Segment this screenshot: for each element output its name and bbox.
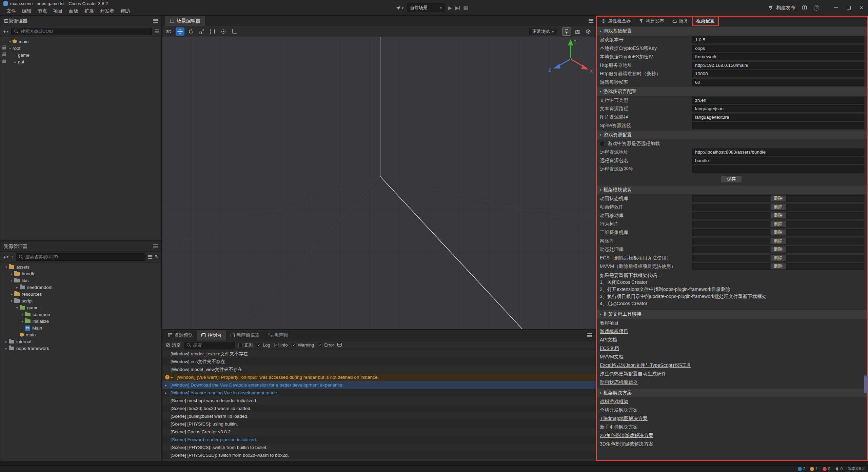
scene-viewport[interactable]: Y X Z — [162, 37, 596, 329]
minimize-button[interactable] — [834, 7, 838, 8]
field-input[interactable]: bundle — [692, 157, 864, 164]
refresh-icon[interactable]: ↻ — [155, 254, 159, 259]
expand-arrow-icon[interactable] — [20, 319, 25, 323]
hierarchy-node[interactable]: game — [0, 52, 161, 58]
coordinate-tool-button[interactable] — [230, 27, 239, 36]
expand-arrow-icon[interactable] — [9, 299, 14, 303]
scale-tool-button[interactable] — [197, 27, 206, 36]
tab-property-inspector[interactable]: 属性检查器 — [597, 16, 635, 26]
remote-load-checkbox[interactable] — [600, 141, 605, 146]
asset-node[interactable]: internal — [0, 338, 161, 345]
expand-arrow-icon[interactable] — [9, 292, 14, 296]
asset-node[interactable]: main — [0, 331, 161, 338]
hierarchy-node[interactable]: main — [0, 38, 161, 45]
field-input[interactable]: http://192.168.0.150/main/ — [692, 62, 864, 69]
field-input[interactable]: oops — [692, 45, 864, 52]
solution-link[interactable]: 2D角色扮演游戏解决方案 — [597, 431, 867, 440]
regex-toggle[interactable]: 正则 — [238, 342, 253, 348]
step-button[interactable]: ▶ — [455, 5, 460, 11]
expand-arrow-icon[interactable] — [4, 265, 9, 269]
log-row[interactable]: [Scene] [PHYSICS2D]: switch from box2d-w… — [162, 451, 596, 459]
menu-item[interactable]: 节点 — [35, 8, 50, 14]
menu-item[interactable]: 扩展 — [81, 8, 97, 14]
log-row[interactable]: [Scene] Forward render pipeline initiali… — [162, 436, 596, 444]
pivot-tool-button[interactable] — [219, 27, 228, 36]
section-docs-header[interactable]: ▾ 框架文档工具链接 — [597, 310, 867, 319]
preview-browser-icon[interactable]: ▾ — [395, 6, 403, 10]
regex-checkbox[interactable] — [238, 343, 243, 347]
log-row[interactable]: [Window] Download the Vue Devtools exten… — [162, 381, 596, 389]
doc-link[interactable]: ECS文档 — [597, 344, 867, 353]
field-input[interactable]: language/texture — [692, 114, 864, 121]
panel-menu-icon[interactable] — [153, 244, 158, 248]
clear-console-button[interactable]: 清空 — [166, 342, 181, 348]
log-expand-arrow[interactable] — [165, 391, 171, 395]
asset-node[interactable]: Main — [0, 324, 161, 331]
tab-services[interactable]: 服务 — [668, 16, 692, 26]
delete-button[interactable]: 删除 — [770, 229, 786, 236]
log-row[interactable]: [Scene] [PHYSICS]: using builtin. — [162, 420, 596, 428]
solution-link[interactable]: 新手引导解决方案 — [597, 423, 867, 431]
solution-link[interactable]: Tiledmap地图解决方案 — [597, 414, 867, 423]
expand-arrow-icon[interactable] — [9, 272, 14, 276]
expand-arrow-icon[interactable] — [15, 286, 20, 289]
asset-node[interactable]: oops-framework — [0, 345, 161, 352]
package-icon[interactable] — [802, 5, 807, 11]
asset-node[interactable]: common — [0, 311, 161, 318]
create-node-button[interactable]: +▾ — [3, 28, 8, 34]
layout-icon[interactable]: ▦ — [463, 5, 468, 11]
doc-link[interactable]: 教程项目 — [597, 319, 867, 327]
log-filter[interactable]: Warning — [292, 342, 314, 348]
tab-build-publish[interactable]: 构建发布 — [635, 16, 668, 26]
field-input[interactable] — [692, 122, 864, 129]
menu-item[interactable]: 编辑 — [19, 8, 35, 14]
field-input[interactable]: framework — [692, 53, 864, 60]
filter-checkbox[interactable] — [292, 343, 296, 347]
field-input[interactable]: 60 — [692, 79, 864, 86]
log-row[interactable]: [Window] render_texture文件夹不存在 — [162, 350, 596, 358]
menu-item[interactable]: 帮助 — [117, 8, 133, 14]
section-language-header[interactable]: ▾ 游戏多语言配置 — [597, 87, 867, 96]
asset-node[interactable]: game — [0, 304, 161, 311]
menu-item[interactable]: 项目 — [50, 8, 66, 14]
rotate-tool-button[interactable] — [186, 27, 195, 36]
delete-button[interactable]: 删除 — [770, 195, 786, 202]
field-input[interactable]: language/json — [692, 105, 864, 112]
panel-menu-icon[interactable] — [153, 19, 158, 23]
doc-link[interactable]: MVVM文档 — [597, 353, 867, 361]
asset-node[interactable]: libs — [0, 277, 161, 284]
delete-button[interactable]: 删除 — [770, 238, 786, 244]
scene-editor-tab[interactable]: 场景编辑器 — [165, 16, 205, 26]
log-expand-arrow[interactable] — [165, 383, 171, 387]
menu-item[interactable]: 文件 — [3, 8, 19, 14]
view-mode-dropdown[interactable]: 正常浏览 ▾ — [529, 28, 557, 35]
filter-checkbox[interactable] — [318, 343, 322, 347]
hierarchy-node[interactable]: root — [0, 45, 161, 52]
hierarchy-node[interactable]: gui — [0, 58, 161, 65]
warning-count[interactable]: 1 — [810, 467, 818, 471]
scrollbar-thumb[interactable] — [864, 375, 867, 393]
assets-search-input[interactable]: 搜索名称或UUID — [16, 253, 145, 261]
play-button[interactable]: ▶ — [448, 5, 452, 11]
delete-button[interactable]: 删除 — [770, 255, 786, 261]
filter-icon[interactable] — [155, 29, 159, 33]
maximize-button[interactable] — [847, 6, 851, 9]
doc-link[interactable]: Excel格式转Json文件与TypeScript代码工具 — [597, 361, 867, 370]
field-input[interactable]: zh,en — [692, 97, 864, 104]
rect-tool-button[interactable] — [208, 27, 217, 36]
light-toggle-button[interactable] — [562, 27, 571, 36]
tab-console[interactable]: 控制台 — [197, 330, 226, 340]
log-expand-arrow[interactable] — [171, 375, 177, 379]
asset-node[interactable]: resources — [0, 291, 161, 297]
filter-checkbox[interactable] — [257, 343, 261, 347]
expand-arrow-icon[interactable] — [7, 46, 13, 50]
delete-button[interactable]: 删除 — [770, 246, 786, 253]
hierarchy-search-input[interactable]: 搜索名称或UUID — [11, 28, 152, 35]
asset-node[interactable]: seedrandom — [0, 284, 161, 291]
field-input[interactable]: http://localhost:8083/assets/bundle — [692, 149, 864, 156]
log-row[interactable]: [Scene] [PHYSICS]: switch from builtin t… — [162, 444, 596, 451]
menu-item[interactable]: 面板 — [66, 8, 81, 14]
expand-arrow-icon[interactable] — [9, 279, 14, 282]
orientation-gizmo[interactable]: Y X Z — [544, 38, 596, 82]
log-filter[interactable]: Error — [318, 342, 334, 348]
